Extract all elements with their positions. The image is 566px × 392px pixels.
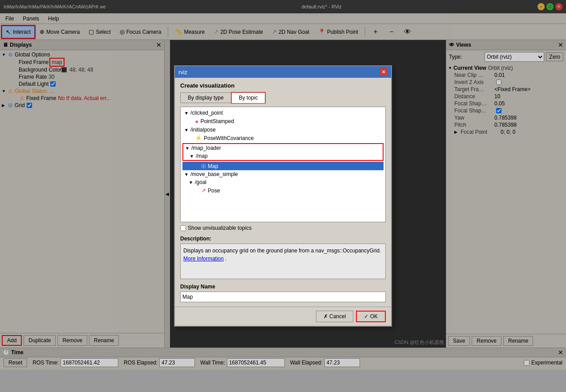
map-sub-row[interactable]: ▼ /map [183,152,383,160]
pink-dot-icon: ● [195,118,198,125]
map-item-label: Map [208,163,218,169]
modal-footer: ✗ Cancel ✓ OK [175,307,391,326]
ok-button[interactable]: ✓ OK [356,311,386,322]
goal-arrow: ▼ [189,180,195,185]
modal-title-bar: rviz ✕ [175,66,391,78]
clicked-point-row[interactable]: ▼ /clicked_point [182,109,384,117]
point-stamped-row[interactable]: ● PointStamped [182,117,384,126]
show-unvis-label: Show unvisualizable topics [188,225,251,231]
move-base-row[interactable]: ▼ /move_base_simple [182,170,384,178]
modal-section-title: Create visualization [180,82,386,89]
more-info-link[interactable]: More Information [183,256,224,262]
green-arrow-icon: ⚡ [195,135,202,141]
grid-blue-icon: ⊞ [201,163,206,169]
tab-display-type[interactable]: By display type [180,92,231,103]
description-section: Description: Displays an occupancy grid … [180,236,386,279]
red-arrow-icon: ↗ [201,187,206,194]
move-base-label: /move_base_simple [190,171,238,177]
desc-period: . [225,256,226,262]
show-unvis-checkbox[interactable] [180,225,186,231]
initialpose-arrow: ▼ [184,128,190,132]
initialpose-label: /initialpose [190,127,216,133]
desc-text: Displays an occupancy grid on the ground… [183,248,381,254]
map-item-row[interactable]: ⊞ Map [182,162,384,170]
display-name-input[interactable] [180,292,386,302]
show-unvisualizable-row: Show unvisualizable topics [180,222,386,233]
modal-title: rviz [178,69,187,76]
modal-body: Create visualization By display type By … [175,78,391,307]
map-loader-row[interactable]: ▼ /map_loader [183,144,383,152]
pose-row[interactable]: ↗ Pose [182,186,384,195]
point-stamped-label: PointStamped [200,118,234,124]
display-name-label: Display Name [180,284,386,290]
map-sub-label: /map [196,153,208,159]
clicked-point-label: /clicked_point [190,110,223,116]
create-viz-modal: rviz ✕ Create visualization By display t… [174,65,392,327]
move-base-arrow: ▼ [184,172,190,177]
pose-cov-label: PoseWithCovariance [204,135,254,141]
display-name-section: Display Name [180,284,386,302]
map-loader-highlight-box: ▼ /map_loader ▼ /map [182,143,384,161]
desc-label: Description: [180,236,386,242]
modal-overlay: rviz ✕ Create visualization By display t… [0,0,566,392]
desc-box: Displays an occupancy grid on the ground… [180,244,386,279]
map-loader-label: /map_loader [191,145,221,151]
topic-tree-content: ▼ /clicked_point ● PointStamped ▼ /initi… [180,107,386,222]
tab-by-topic[interactable]: By topic [231,92,266,103]
map-sub-arrow: ▼ [190,154,196,159]
goal-row[interactable]: ▼ /goal [182,178,384,186]
goal-label: /goal [195,179,206,185]
pose-label: Pose [208,188,220,194]
pose-cov-row[interactable]: ⚡ PoseWithCovariance [182,134,384,142]
modal-tabs: By display type By topic [180,92,386,103]
cancel-button[interactable]: ✗ Cancel [316,311,354,322]
map-loader-arrow: ▼ [185,146,191,151]
modal-close-button[interactable]: ✕ [380,68,388,76]
clicked-point-arrow: ▼ [184,111,190,116]
initialpose-row[interactable]: ▼ /initialpose [182,126,384,134]
